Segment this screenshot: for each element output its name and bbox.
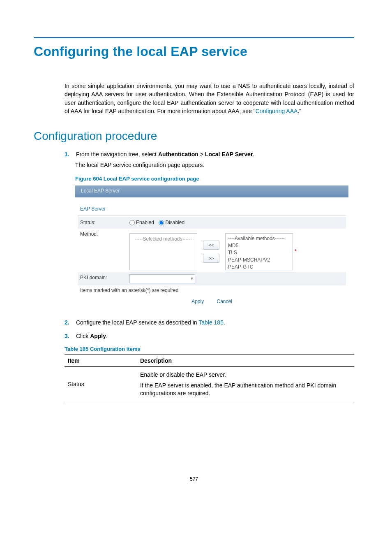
step-3-b1: Apply — [90, 333, 106, 339]
intro-link[interactable]: Configuring AAA — [256, 108, 298, 114]
step-2-post: . — [224, 319, 225, 326]
required-note: Items marked with an asterisk(*) are req… — [78, 285, 346, 296]
available-method-2[interactable]: PEAP-MSCHAPV2 — [228, 257, 290, 264]
label-pki-domain: PKI domain: — [80, 274, 129, 281]
step-1-b1: Authentication — [158, 151, 198, 158]
label-method: Method: — [80, 231, 129, 238]
selected-methods-listbox[interactable]: -----Selected methods------ — [129, 233, 197, 270]
move-left-button[interactable]: << — [203, 241, 219, 250]
cell-item: Status — [65, 366, 137, 402]
selected-methods-header: -----Selected methods------ — [134, 236, 192, 242]
available-methods-header: ----Available methods------ — [228, 235, 290, 242]
step-1: 1. From the navigation tree, select Auth… — [65, 150, 354, 308]
top-rule — [34, 37, 354, 38]
intro-after: ." — [297, 108, 301, 114]
cancel-button[interactable]: Cancel — [217, 299, 232, 304]
intro-text: In some simple application environments,… — [65, 83, 354, 114]
screenshot-panel: Local EAP Server EAP Server Status: Enab… — [75, 185, 348, 309]
th-description: Description — [137, 355, 354, 366]
page-title: Configuring the local EAP service — [34, 44, 354, 59]
available-methods-listbox[interactable]: ----Available methods------ MD5 TLS PEAP… — [225, 233, 293, 270]
desc-line-1: Enable or disable the EAP server. — [140, 371, 351, 379]
step-3: 3. Click Apply. — [65, 332, 354, 340]
intro-paragraph: In some simple application environments,… — [65, 82, 354, 115]
section-heading: Configuration procedure — [34, 130, 354, 143]
radio-disabled-label: Disabled — [165, 220, 184, 225]
row-method: Method: -----Selected methods------ << >… — [78, 229, 346, 272]
step-2: 2. Configure the local EAP service as de… — [65, 318, 354, 327]
screenshot-tabbar: Local EAP Server — [75, 185, 348, 197]
row-status: Status: Enabled Disabled — [78, 217, 346, 229]
step-2-pre: Configure the local EAP service as descr… — [76, 319, 198, 326]
step-1-b2: Local EAP Server — [205, 151, 253, 158]
row-pki-domain: PKI domain: ▾ — [78, 272, 346, 285]
table-185-link[interactable]: Table 185 — [198, 319, 224, 326]
figure-caption: Figure 604 Local EAP service configurati… — [75, 175, 354, 183]
radio-disabled[interactable] — [159, 220, 164, 225]
step-3-post: . — [106, 333, 108, 339]
page-number: 577 — [34, 476, 354, 482]
config-items-table: Item Description Status Enable or disabl… — [65, 355, 354, 402]
status-radios: Enabled Disabled — [129, 219, 344, 227]
move-right-button[interactable]: >> — [203, 254, 219, 263]
pki-domain-select[interactable]: ▾ — [129, 274, 195, 283]
label-status: Status: — [80, 219, 129, 226]
step-1-rest: The local EAP service configuration page… — [75, 161, 354, 169]
cell-description: Enable or disable the EAP server. If the… — [137, 366, 354, 402]
step-1-pre: From the navigation tree, select — [76, 151, 158, 158]
table-row: Status Enable or disable the EAP server.… — [65, 366, 354, 402]
radio-enabled-label: Enabled — [136, 220, 154, 225]
required-star-method: * — [295, 248, 303, 255]
step-3-pre: Click — [76, 333, 90, 339]
table-caption: Table 185 Configuration items — [65, 346, 354, 352]
th-item: Item — [65, 355, 137, 366]
apply-button[interactable]: Apply — [191, 299, 204, 304]
step-number: 3. — [65, 332, 73, 340]
tab-local-eap-server[interactable]: Local EAP Server — [81, 188, 120, 195]
step-1-sep: > — [198, 151, 205, 158]
step-number: 2. — [65, 318, 73, 327]
action-row: Apply Cancel — [78, 296, 346, 306]
step-1-post: . — [253, 151, 254, 158]
divider — [78, 215, 346, 216]
eap-server-label: EAP Server — [78, 206, 346, 215]
available-method-1[interactable]: TLS — [228, 249, 290, 256]
step-number: 1. — [65, 150, 73, 158]
radio-enabled[interactable] — [129, 220, 135, 225]
available-method-3[interactable]: PEAP-GTC — [228, 264, 290, 270]
chevron-down-icon: ▾ — [191, 275, 193, 282]
available-method-0[interactable]: MD5 — [228, 242, 290, 249]
desc-line-2: If the EAP server is enabled, the EAP au… — [140, 382, 351, 398]
